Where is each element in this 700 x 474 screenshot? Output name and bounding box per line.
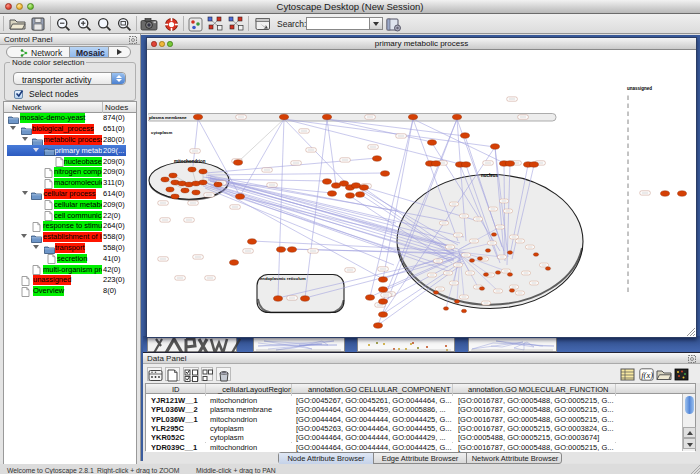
svg-text:endoplasmic reticulum: endoplasmic reticulum: [260, 275, 306, 280]
svg-text:cytoplasm: cytoplasm: [151, 129, 172, 134]
svg-text:unassigned: unassigned: [627, 85, 652, 90]
svg-text:nucleus: nucleus: [481, 173, 499, 178]
svg-text:f(x): f(x): [641, 369, 653, 379]
svg-text:mitochondrion: mitochondrion: [174, 158, 206, 163]
svg-text:plasma membrane: plasma membrane: [149, 114, 187, 119]
